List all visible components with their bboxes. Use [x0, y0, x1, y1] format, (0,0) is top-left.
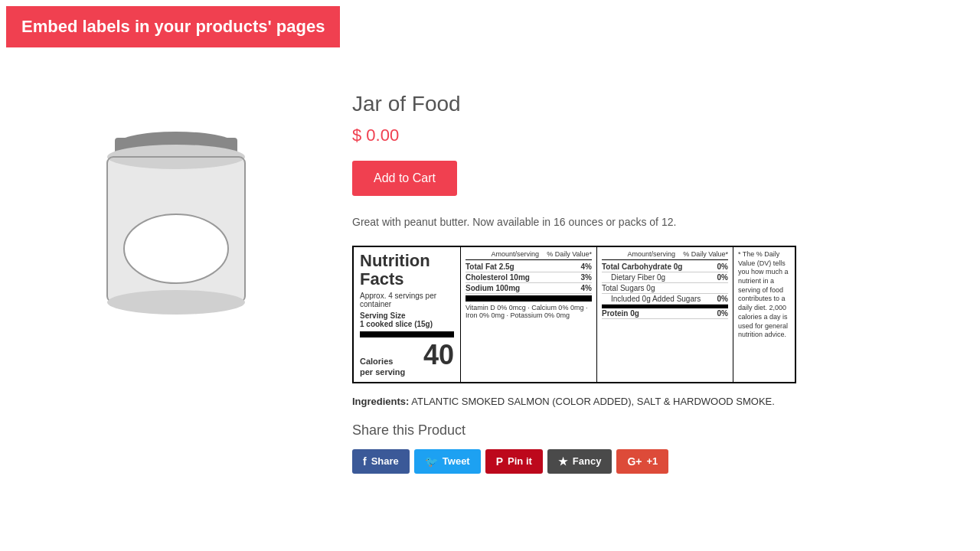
product-title: Jar of Food	[352, 92, 934, 116]
main-content: Jar of Food $ 0.00 Add to Cart Great wit…	[0, 54, 980, 504]
nutrition-cholesterol-row: Cholesterol 10mg3%	[466, 272, 592, 283]
facebook-share-button[interactable]: f Share	[352, 449, 410, 474]
nutrition-added-sugars-row: Included 0g Added Sugars0%	[602, 294, 728, 305]
nutrition-sugars-row: Total Sugars 0g	[602, 283, 728, 294]
svg-point-5	[124, 214, 228, 283]
ingredients-label: Ingredients:	[352, 396, 409, 407]
banner-text: Embed labels in your products' pages	[21, 17, 325, 36]
pinterest-share-button[interactable]: P Pin it	[485, 449, 543, 474]
product-details: Jar of Food $ 0.00 Add to Cart Great wit…	[306, 84, 934, 474]
ingredients-text: Ingredients: ATLANTIC SMOKED SALMON (COL…	[352, 396, 934, 407]
add-to-cart-button[interactable]: Add to Cart	[352, 161, 457, 196]
share-buttons: f Share 🐦 Tweet P Pin it ★ Fancy G+ +1	[352, 449, 934, 474]
nutrition-sodium-row: Sodium 100mg4%	[466, 283, 592, 294]
nutrition-serving-size-value: 1 cooked slice (15g)	[360, 320, 454, 328]
google-share-label: +1	[646, 455, 658, 467]
facebook-share-label: Share	[371, 455, 399, 467]
twitter-icon: 🐦	[425, 455, 438, 468]
nutrition-note: * The % Daily Value (DV) tells you how m…	[733, 247, 795, 382]
fancy-icon: ★	[558, 455, 568, 468]
nutrition-left-col: Nutrition Facts Approx. 4 servings per c…	[354, 247, 461, 382]
nutrition-right-header: Amount/serving % Daily Value*	[602, 250, 728, 260]
nutrition-serving-size-label: Serving Size	[360, 311, 454, 320]
nutrition-middle-header: Amount/serving % Daily Value*	[466, 250, 592, 260]
pinterest-icon: P	[496, 455, 503, 468]
svg-point-6	[107, 290, 245, 315]
nutrition-servings: Approx. 4 servings per container	[360, 292, 454, 308]
nutrition-calories-row: Calories per serving 40	[360, 331, 454, 377]
nutrition-middle-col: Amount/serving % Daily Value* Total Fat …	[461, 247, 597, 382]
calories-value: 40	[423, 339, 454, 371]
twitter-share-button[interactable]: 🐦 Tweet	[414, 449, 481, 474]
nutrition-title: Nutrition Facts	[360, 252, 454, 289]
twitter-share-label: Tweet	[443, 455, 470, 467]
nutrition-right-col: Amount/serving % Daily Value* Total Carb…	[597, 247, 733, 382]
nutrition-fat-row: Total Fat 2.5g4%	[466, 262, 592, 272]
nutrition-minerals: Vitamin D 0% 0mcg · Calcium 0% 0mg · Iro…	[466, 295, 592, 319]
nutrition-protein-row: Protein 0g0%	[602, 305, 728, 319]
product-image-container	[46, 84, 306, 474]
pinterest-share-label: Pin it	[508, 455, 532, 467]
promo-banner: Embed labels in your products' pages	[6, 6, 340, 47]
facebook-icon: f	[363, 455, 367, 468]
nutrition-label: Nutrition Facts Approx. 4 servings per c…	[352, 246, 796, 383]
product-description: Great with peanut butter. Now available …	[352, 214, 934, 230]
google-share-button[interactable]: G+ +1	[616, 449, 668, 474]
share-section-title: Share this Product	[352, 422, 934, 439]
ingredients-value: ATLANTIC SMOKED SALMON (COLOR ADDED), SA…	[411, 396, 775, 407]
product-price: $ 0.00	[352, 126, 934, 145]
nutrition-fiber-row: Dietary Fiber 0g0%	[602, 272, 728, 283]
google-icon: G+	[627, 455, 642, 468]
product-image	[77, 99, 276, 329]
nutrition-carb-row: Total Carbohydrate 0g0%	[602, 262, 728, 272]
calories-label: Calories per serving	[360, 357, 405, 377]
fancy-share-label: Fancy	[573, 455, 602, 467]
fancy-share-button[interactable]: ★ Fancy	[547, 449, 612, 474]
